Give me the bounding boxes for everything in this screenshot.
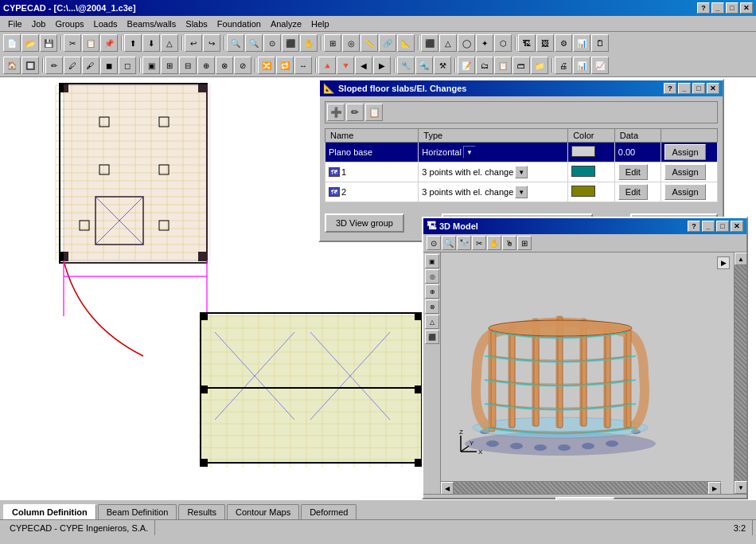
minimize-btn[interactable]: _: [711, 2, 724, 14]
dialog-sloped-close[interactable]: ✕: [707, 83, 719, 94]
tb2-b13[interactable]: ⊘: [234, 57, 251, 74]
tb2-b19[interactable]: ◀: [355, 57, 372, 74]
tb-b2[interactable]: ⬇: [142, 34, 160, 52]
d3-scroll-left[interactable]: ◀: [441, 482, 454, 494]
ok-button[interactable]: OK: [555, 497, 615, 500]
tb2-b26[interactable]: 📋: [494, 57, 512, 74]
tab-beam-definition[interactable]: Beam Definition: [98, 504, 177, 519]
tab-column-definition[interactable]: Column Definition: [3, 504, 96, 519]
row-type-1[interactable]: 3 points with el. change ▼: [419, 162, 568, 182]
menu-help[interactable]: Help: [306, 18, 334, 30]
menu-foundation[interactable]: Foundation: [212, 18, 266, 30]
d3-tb-pan[interactable]: 🔭: [457, 236, 471, 250]
tb-undo[interactable]: ↩: [185, 34, 202, 52]
tb-b1[interactable]: ⬆: [124, 34, 142, 52]
d3-hscroll-track[interactable]: [454, 482, 708, 494]
tb2-b15[interactable]: 🔁: [276, 57, 294, 74]
tb2-b25[interactable]: 🗂: [476, 57, 493, 74]
d3-vscroll-track[interactable]: [735, 265, 746, 481]
dialog-3d-max[interactable]: □: [716, 221, 729, 232]
tb2-b29[interactable]: 🖨: [555, 57, 572, 74]
tb-snap[interactable]: ◎: [342, 34, 360, 52]
row-data-1[interactable]: Edit: [614, 162, 661, 182]
tb-cut[interactable]: ✂: [64, 34, 81, 52]
dialog-sloped-min[interactable]: _: [678, 83, 691, 94]
tb2-b8[interactable]: ▣: [142, 57, 160, 74]
tb2-b27[interactable]: 🗃: [512, 57, 530, 74]
row-color-2[interactable]: [568, 182, 615, 202]
d3-left-b4[interactable]: ⊗: [425, 299, 439, 314]
type-dropdown-1[interactable]: ▼: [515, 166, 528, 178]
tb2-b24[interactable]: 📝: [458, 57, 475, 74]
d3-tb-b4[interactable]: ⊞: [517, 236, 532, 250]
menu-beams-walls[interactable]: Beams/walls: [123, 18, 181, 30]
tb2-b14[interactable]: 🔀: [258, 57, 275, 74]
d3-left-b6[interactable]: ⬛: [425, 330, 439, 344]
edit-btn-2[interactable]: Edit: [618, 184, 648, 200]
tb-b4[interactable]: 🔗: [379, 34, 396, 52]
table-row[interactable]: 🗺 2 3 points with el. change ▼: [325, 182, 718, 202]
menu-analyze[interactable]: Analyze: [266, 18, 306, 30]
tb2-b16[interactable]: ↔: [294, 57, 312, 74]
menu-loads[interactable]: Loads: [89, 18, 123, 30]
tb2-b12[interactable]: ⊗: [216, 57, 233, 74]
row-action-1[interactable]: Assign: [661, 162, 718, 182]
row-action-plano-base[interactable]: Assign: [661, 143, 718, 162]
row-name-plano-base[interactable]: Plano base: [325, 143, 419, 162]
d3-left-b2[interactable]: ◎: [425, 269, 439, 284]
row-name-2[interactable]: 🗺 2: [325, 182, 419, 202]
row-data-2[interactable]: Edit: [614, 182, 661, 202]
tb2-b18[interactable]: 🔻: [337, 57, 354, 74]
tb-new[interactable]: 📄: [3, 34, 21, 52]
tb-3d[interactable]: 🏗: [518, 34, 536, 52]
tb2-b4[interactable]: 🖊: [64, 57, 81, 74]
menu-file[interactable]: File: [3, 18, 27, 30]
d3-hscroll[interactable]: ◀ ▶: [441, 481, 721, 494]
assign-btn-1[interactable]: Assign: [664, 164, 705, 180]
dlg-tb-copy[interactable]: 📋: [365, 104, 383, 121]
color-swatch-2[interactable]: [571, 186, 595, 197]
tab-results[interactable]: Results: [178, 504, 225, 519]
btn-3d-view-group[interactable]: 3D View group: [325, 213, 404, 233]
dlg-tb-edit[interactable]: ✏: [346, 104, 364, 121]
tb-render[interactable]: 🖼: [536, 34, 554, 52]
d3-left-b3[interactable]: ⊕: [425, 284, 439, 299]
tab-contour-maps[interactable]: Contour Maps: [227, 504, 299, 519]
d3-tb-orbit[interactable]: ⊙: [427, 236, 441, 250]
tb-b13[interactable]: 🗒: [591, 34, 609, 52]
tb-b9[interactable]: ✦: [476, 34, 493, 52]
dialog-3d-min[interactable]: _: [702, 221, 715, 232]
tb2-b2[interactable]: 🔲: [21, 57, 39, 74]
tb-b10[interactable]: ⬡: [494, 34, 512, 52]
close-btn[interactable]: ✕: [740, 2, 753, 14]
tb2-b28[interactable]: 📁: [531, 57, 548, 74]
d3-left-b1[interactable]: ▣: [425, 254, 439, 268]
tb2-b30[interactable]: 📊: [573, 57, 590, 74]
d3-scroll-right[interactable]: ▶: [708, 482, 721, 494]
tb-paste[interactable]: 📌: [100, 34, 118, 52]
d3-tb-b3[interactable]: 🖱: [502, 236, 516, 250]
tb2-b21[interactable]: 🔧: [397, 57, 415, 74]
tb2-b17[interactable]: 🔺: [318, 57, 336, 74]
d3-left-b5[interactable]: △: [425, 315, 439, 329]
table-row[interactable]: 🗺 1 3 points with el. change ▼: [325, 162, 718, 182]
tb2-b31[interactable]: 📈: [591, 57, 609, 74]
tb-zoom-in[interactable]: 🔍: [227, 34, 244, 52]
tb2-b6[interactable]: ◼: [100, 57, 118, 74]
assign-btn-0[interactable]: Assign: [664, 144, 705, 160]
menu-slabs[interactable]: Slabs: [181, 18, 212, 30]
tb2-b10[interactable]: ⊟: [179, 57, 197, 74]
dialog-3d-help[interactable]: ?: [688, 221, 700, 232]
tb-b8[interactable]: ◯: [458, 34, 475, 52]
row-color-1[interactable]: [568, 162, 615, 182]
tb2-b3[interactable]: ✏: [45, 57, 63, 74]
d3-nav-arrow[interactable]: ▶: [717, 256, 730, 269]
d3-scroll-down[interactable]: ▼: [735, 481, 747, 494]
tb-zoom-fit[interactable]: ⊙: [263, 34, 281, 52]
dialog-sloped-help[interactable]: ?: [664, 83, 676, 94]
tb2-b23[interactable]: ⚒: [434, 57, 451, 74]
tb-b7[interactable]: △: [439, 34, 457, 52]
d3-scroll-up[interactable]: ▲: [735, 252, 747, 265]
menu-groups[interactable]: Groups: [50, 18, 88, 30]
d3-viewport[interactable]: ▶: [441, 252, 734, 494]
